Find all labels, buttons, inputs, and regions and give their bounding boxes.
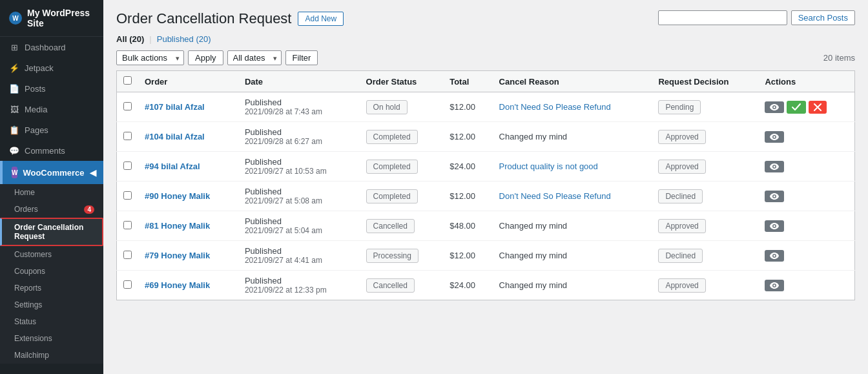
row-checkbox[interactable] xyxy=(123,221,132,229)
row-checkbox[interactable] xyxy=(123,191,132,200)
collapse-icon: ◀ xyxy=(90,168,96,178)
view-button[interactable] xyxy=(765,131,784,143)
select-all-checkbox[interactable] xyxy=(123,76,132,85)
content-area: Order Cancellation Request Add New Searc… xyxy=(103,0,868,374)
decision-badge: Approved xyxy=(658,219,705,233)
eye-icon xyxy=(770,163,779,170)
row-checkbox[interactable] xyxy=(123,102,132,110)
col-header-request-decision: Request Decision xyxy=(652,71,758,92)
row-total: $48.00 xyxy=(443,211,492,241)
order-link[interactable]: #79 Honey Malik xyxy=(145,251,210,260)
view-button[interactable] xyxy=(765,250,784,262)
home-label: Home xyxy=(14,188,35,197)
view-button[interactable] xyxy=(765,191,784,202)
filter-link-published[interactable]: Published (20) xyxy=(157,34,211,44)
order-link[interactable]: #90 Honey Malik xyxy=(145,191,210,201)
row-order-status: Completed xyxy=(360,122,444,152)
action-buttons xyxy=(765,131,848,143)
cancel-reason-text: Changed my mind xyxy=(499,221,568,231)
date-published: Published xyxy=(245,216,353,226)
sidebar-item-pages[interactable]: 📋 Pages xyxy=(0,119,103,140)
sidebar-item-home[interactable]: Home xyxy=(0,184,103,201)
sidebar-item-extensions[interactable]: Extensions xyxy=(0,330,103,347)
sidebar-item-media[interactable]: 🖼 Media xyxy=(0,99,103,119)
toolbar-left: Bulk actions Delete Apply All dates 2021… xyxy=(116,50,318,65)
sidebar-item-jetpack[interactable]: ⚡ Jetpack xyxy=(0,57,103,78)
sidebar-item-settings[interactable]: Settings xyxy=(0,296,103,313)
sidebar-item-orders[interactable]: Orders 4 xyxy=(0,201,103,218)
apply-button[interactable]: Apply xyxy=(188,50,223,65)
row-checkbox[interactable] xyxy=(123,161,132,170)
eye-icon xyxy=(770,193,779,200)
date-value: 2021/09/28 at 7:43 am xyxy=(245,107,353,116)
table-body: #107 bilal AfzalPublished2021/09/28 at 7… xyxy=(117,92,855,300)
order-status-badge: Completed xyxy=(366,189,418,203)
order-status-badge: Completed xyxy=(366,160,418,174)
sidebar-item-status[interactable]: Status xyxy=(0,313,103,330)
order-link[interactable]: #107 bilal Afzal xyxy=(145,102,205,112)
filter-button[interactable]: Filter xyxy=(285,50,318,65)
cancel-reason-link[interactable]: Don't Need So Please Refund xyxy=(499,191,611,201)
sidebar-item-label: Jetpack xyxy=(25,63,54,73)
row-actions xyxy=(758,122,854,152)
sidebar-item-coupons[interactable]: Coupons xyxy=(0,263,103,280)
row-checkbox[interactable] xyxy=(123,251,132,259)
row-checkbox[interactable] xyxy=(123,132,132,140)
search-input[interactable] xyxy=(658,10,787,25)
decline-button[interactable] xyxy=(809,101,827,114)
cancel-reason-link[interactable]: Product quality is not good xyxy=(499,161,598,171)
order-link[interactable]: #69 Honey Malik xyxy=(145,280,210,290)
bulk-actions-select[interactable]: Bulk actions Delete xyxy=(116,50,184,65)
title-area: Order Cancellation Request Add New xyxy=(116,10,344,27)
sidebar-item-customers[interactable]: Customers xyxy=(0,246,103,263)
decision-badge: Approved xyxy=(658,130,705,144)
row-request-decision: Declined xyxy=(652,182,758,211)
action-buttons xyxy=(765,191,848,202)
add-new-button[interactable]: Add New xyxy=(298,12,344,26)
approve-button[interactable] xyxy=(787,101,806,114)
wordpress-icon: W xyxy=(9,12,22,25)
page-header-row: Order Cancellation Request Add New Searc… xyxy=(116,10,855,32)
order-link[interactable]: #81 Honey Malik xyxy=(145,221,210,231)
sidebar-item-comments[interactable]: 💬 Comments xyxy=(0,140,103,161)
action-buttons xyxy=(765,161,848,172)
status-label: Status xyxy=(14,317,36,326)
row-total: $12.00 xyxy=(443,122,492,152)
col-header-check xyxy=(117,71,139,92)
date-published: Published xyxy=(245,157,353,167)
sidebar-item-mailchimp[interactable]: Mailchimp xyxy=(0,347,103,364)
eye-icon xyxy=(770,253,779,259)
date-value: 2021/09/27 at 4:41 am xyxy=(245,256,353,265)
sidebar-item-posts[interactable]: 📄 Posts xyxy=(0,78,103,99)
orders-badge: 4 xyxy=(84,205,94,214)
filter-link-all[interactable]: All (20) xyxy=(116,34,144,44)
table-row: #107 bilal AfzalPublished2021/09/28 at 7… xyxy=(117,92,855,122)
view-button[interactable] xyxy=(765,220,784,232)
date-filter-select[interactable]: All dates 2021/09 2021/08 xyxy=(227,50,282,65)
order-link[interactable]: #104 bilal Afzal xyxy=(145,132,205,141)
sidebar-logo[interactable]: W My WordPress Site xyxy=(0,0,103,37)
sidebar-item-reports[interactable]: Reports xyxy=(0,280,103,296)
table-row: #81 Honey MalikPublished2021/09/27 at 5:… xyxy=(117,211,855,241)
eye-icon xyxy=(770,223,779,229)
date-value: 2021/09/28 at 6:27 am xyxy=(245,137,353,146)
table-row: #79 Honey MalikPublished2021/09/27 at 4:… xyxy=(117,241,855,271)
view-button[interactable] xyxy=(765,101,784,113)
row-order: #94 bilal Afzal xyxy=(138,152,238,182)
row-total: $12.00 xyxy=(443,241,492,271)
view-button[interactable] xyxy=(765,280,784,291)
sidebar-item-order-cancellation[interactable]: Order Cancellation Request xyxy=(0,218,103,246)
dashboard-icon: ⊞ xyxy=(9,42,19,52)
search-posts-button[interactable]: Search Posts xyxy=(791,10,855,25)
order-link[interactable]: #94 bilal Afzal xyxy=(145,161,200,171)
sidebar-item-dashboard[interactable]: ⊞ Dashboard xyxy=(0,37,103,57)
view-button[interactable] xyxy=(765,161,784,172)
cancel-reason-link[interactable]: Don't Need So Please Refund xyxy=(499,102,611,112)
row-checkbox[interactable] xyxy=(123,280,132,289)
posts-icon: 📄 xyxy=(9,83,19,94)
sidebar-item-woocommerce[interactable]: W WooCommerce ◀ xyxy=(0,161,103,184)
row-date: Published2021/09/22 at 12:33 pm xyxy=(238,271,360,300)
sidebar-item-label: Media xyxy=(25,105,47,114)
row-actions xyxy=(758,241,854,271)
row-date: Published2021/09/28 at 7:43 am xyxy=(238,92,360,122)
